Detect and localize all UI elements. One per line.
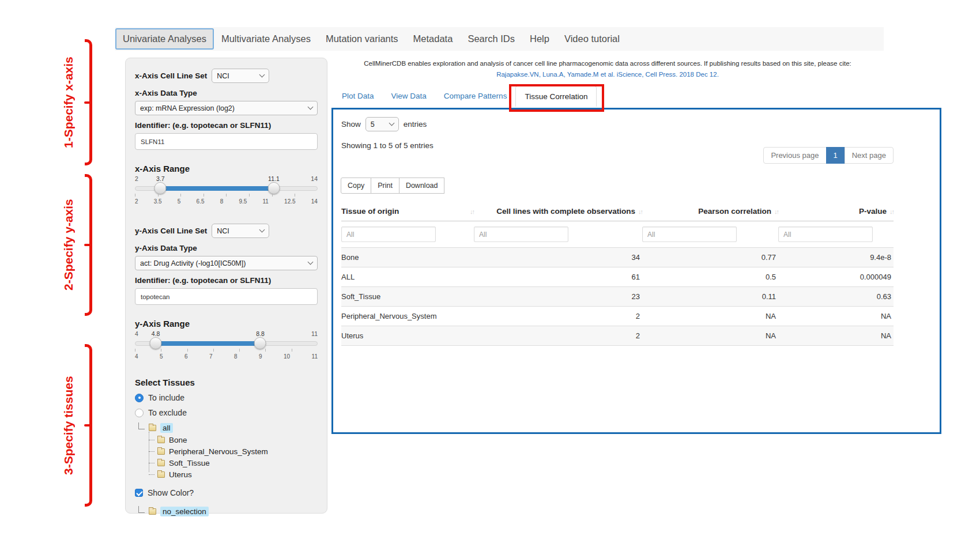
y-cell-line-set-value: NCI: [217, 227, 229, 235]
citation-link[interactable]: Rajapakse.VN, Luna.A, Yamade.M et al. iS…: [331, 71, 884, 78]
export-button-group: CopyPrintDownload: [341, 178, 894, 194]
tree-node[interactable]: Soft_Tissue: [149, 457, 318, 469]
x-range-max: 14: [311, 175, 318, 182]
cell-cell-lines: 61: [474, 273, 642, 281]
slider-handle-low[interactable]: [150, 337, 162, 349]
slider-track: [135, 341, 318, 346]
next-page-button[interactable]: Next page: [845, 147, 894, 164]
folder-icon: [157, 437, 165, 443]
nav-tab[interactable]: Search IDs: [460, 29, 522, 49]
sort-icon[interactable]: ↓↑: [889, 208, 894, 215]
nav-tab[interactable]: Multivariate Analyses: [214, 29, 318, 49]
x-identifier-input[interactable]: [135, 133, 318, 150]
sort-icon[interactable]: ↓↑: [470, 208, 474, 215]
x-cell-line-set-value: NCI: [217, 72, 229, 80]
x-data-type-select[interactable]: exp: mRNA Expression (log2): [135, 101, 318, 115]
include-radio[interactable]: To include: [135, 393, 318, 402]
tick-label: 10: [284, 353, 290, 360]
nav-tab[interactable]: Univariate Analyses: [115, 28, 214, 50]
previous-page-button[interactable]: Previous page: [763, 147, 826, 164]
cell-pvalue: NA: [778, 331, 894, 340]
tree-node-label: Soft_Tissue: [167, 458, 212, 468]
cell-cell-lines: 2: [474, 331, 642, 340]
y-identifier-label: Identifier: (e.g. topotecan or SLFN11): [135, 276, 318, 285]
export-button[interactable]: Download: [399, 178, 445, 194]
cell-pvalue: 0.000049: [778, 273, 894, 281]
cell-pearson: 0.11: [642, 292, 778, 301]
tick-label: 8: [234, 353, 238, 360]
chevron-down-icon: [259, 227, 265, 233]
show-label: Show: [341, 120, 361, 129]
filter-input-pvalue[interactable]: [778, 227, 873, 242]
table-filter-row: [341, 221, 894, 248]
column-header-pvalue[interactable]: P-value ↓↑: [778, 207, 894, 216]
cell-pvalue: 9.4e-8: [778, 253, 894, 262]
y-range-max: 11: [311, 330, 318, 337]
subtab[interactable]: Compare Patterns: [435, 86, 516, 107]
tree-node-all[interactable]: all: [135, 423, 318, 433]
tissue-correlation-panel: Show 5 entries Showing 1 to 5 of 5 entri…: [331, 108, 941, 434]
annotation-step1-label: 1-Specify x-axis: [52, 39, 85, 165]
column-header-tissue[interactable]: Tissue of origin ↓↑: [341, 207, 474, 216]
sort-icon[interactable]: ↓↑: [638, 208, 642, 215]
correlation-table: Tissue of origin ↓↑ Cell lines with comp…: [341, 201, 894, 346]
tissue-tree: all Bone Peripheral_Nervous_System Soft_…: [135, 423, 318, 480]
filter-input-tissue[interactable]: [341, 227, 436, 242]
sort-icon[interactable]: ↓↑: [774, 208, 778, 215]
x-cell-line-set-select[interactable]: NCI: [212, 69, 269, 83]
y-range-high-value: 8.8: [256, 330, 265, 337]
nav-tab[interactable]: Metadata: [406, 29, 461, 49]
column-header-pearson[interactable]: Pearson correlation ↓↑: [642, 207, 778, 216]
cell-tissue: Bone: [341, 253, 474, 262]
nav-tab[interactable]: Mutation variants: [318, 29, 406, 49]
cell-pvalue: NA: [778, 312, 894, 320]
export-button[interactable]: Copy: [341, 178, 371, 194]
slider-fill: [161, 186, 273, 191]
column-header-label: P-value: [859, 207, 887, 216]
table-row[interactable]: ALL 61 0.5 0.000049: [341, 267, 894, 287]
table-row[interactable]: Uterus 2 NA NA: [341, 326, 894, 346]
radio-selected-icon: [135, 394, 144, 402]
table-row[interactable]: Peripheral_Nervous_System 2 NA NA: [341, 307, 894, 326]
folder-icon: [157, 471, 165, 478]
slider-fill: [156, 341, 260, 346]
filter-input-pearson[interactable]: [642, 227, 737, 242]
tree-node-no-selection[interactable]: no_selection: [135, 507, 318, 516]
slider-handle-high[interactable]: [254, 337, 266, 349]
subtab[interactable]: View Data: [383, 86, 435, 107]
y-range-slider[interactable]: 4 11 4.8 8.8 4567891011: [135, 330, 318, 364]
tick-label: 11: [312, 353, 318, 360]
tree-node[interactable]: Uterus: [149, 469, 318, 480]
y-range-label: y-Axis Range: [135, 319, 318, 329]
column-header-label: Pearson correlation: [698, 207, 771, 216]
x-data-type-value: exp: mRNA Expression (log2): [140, 104, 235, 112]
subtab[interactable]: Plot Data: [333, 86, 383, 107]
table-body: Bone 34 0.77 9.4e-8 ALL 61 0.5 0.000049 …: [341, 248, 894, 346]
page-length-select[interactable]: 5: [365, 117, 399, 131]
tree-node[interactable]: Bone: [149, 434, 318, 446]
y-range-min: 4: [135, 330, 138, 337]
slider-handle-high[interactable]: [267, 182, 280, 194]
filter-input-cell-lines[interactable]: [474, 227, 568, 242]
export-button[interactable]: Print: [371, 178, 399, 194]
y-identifier-input[interactable]: [135, 288, 318, 305]
subtab[interactable]: Tissue Correlation: [515, 86, 597, 107]
tick-label: 6: [184, 353, 188, 360]
exclude-radio[interactable]: To exclude: [135, 408, 318, 417]
x-range-slider[interactable]: 2 14 3.7 11.1 23.556.589.51112.514: [135, 175, 318, 209]
y-cell-line-set-select[interactable]: NCI: [212, 224, 269, 238]
show-color-checkbox[interactable]: Show Color?: [135, 488, 318, 497]
tree-node[interactable]: Peripheral_Nervous_System: [149, 446, 318, 457]
nav-tab[interactable]: Video tutorial: [557, 29, 627, 49]
x-range-low-value: 3.7: [156, 175, 165, 182]
x-data-type-label: x-Axis Data Type: [135, 89, 318, 97]
chevron-down-icon: [308, 104, 314, 110]
page-number-button[interactable]: 1: [826, 147, 845, 164]
slider-tick-labels: 23.556.589.51112.514: [135, 198, 318, 205]
table-row[interactable]: Bone 34 0.77 9.4e-8: [341, 248, 894, 267]
column-header-cell-lines[interactable]: Cell lines with complete observations ↓↑: [474, 207, 642, 216]
y-data-type-select[interactable]: act: Drug Activity (-log10[IC50M]): [135, 256, 318, 270]
table-row[interactable]: Soft_Tissue 23 0.11 0.63: [341, 287, 894, 307]
nav-tab[interactable]: Help: [522, 29, 557, 49]
slider-handle-low[interactable]: [154, 182, 167, 194]
